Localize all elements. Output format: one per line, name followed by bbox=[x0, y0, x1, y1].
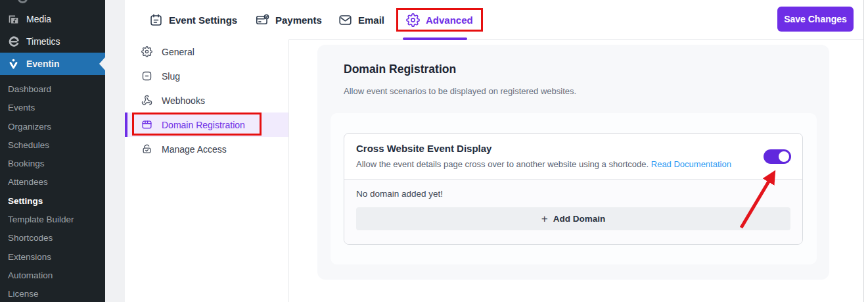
tab-label: Advanced bbox=[426, 14, 473, 26]
slug-icon bbox=[141, 70, 152, 82]
domain-list-section: No domain added yet! + Add Domain bbox=[344, 179, 802, 244]
wp-admin-sidebar: Media Timetics Eventin Dashboard Events … bbox=[0, 0, 105, 302]
active-tab-underline bbox=[403, 38, 467, 40]
card-description-text: Allow the event details page cross over … bbox=[356, 159, 651, 169]
card-title: Cross Website Event Display bbox=[356, 143, 790, 154]
card-description: Allow the event details page cross over … bbox=[356, 159, 790, 169]
settings-menu-label: Manage Access bbox=[162, 144, 227, 155]
sidebar-item-settings[interactable]: Settings bbox=[0, 192, 105, 211]
eventin-settings-app: Event Settings Payments Email Advanced S… bbox=[125, 0, 864, 302]
settings-menu-item-general[interactable]: General bbox=[125, 39, 288, 64]
webhook-icon bbox=[141, 95, 152, 106]
lock-check-icon bbox=[141, 143, 152, 155]
page-title: Domain Registration bbox=[344, 63, 456, 76]
sidebar-item-organizers[interactable]: Organizers bbox=[0, 118, 105, 136]
empty-domain-message: No domain added yet! bbox=[356, 189, 790, 199]
read-documentation-link[interactable]: Read Documentation bbox=[651, 159, 731, 169]
settings-menu-item-slug[interactable]: Slug bbox=[125, 64, 288, 88]
tab-label: Email bbox=[358, 14, 384, 26]
admin-background-gutter bbox=[105, 0, 125, 302]
tab-email[interactable]: Email bbox=[338, 0, 384, 40]
settings-header: Event Settings Payments Email Advanced S… bbox=[125, 0, 863, 40]
settings-menu-item-webhooks[interactable]: Webhooks bbox=[125, 88, 288, 113]
sidebar-item-license[interactable]: License bbox=[0, 285, 105, 302]
tab-advanced[interactable]: Advanced bbox=[406, 0, 473, 40]
tab-label: Payments bbox=[275, 14, 322, 26]
settings-menu-item-domain-registration[interactable]: Domain Registration bbox=[125, 113, 288, 137]
save-changes-button[interactable]: Save Changes bbox=[777, 7, 854, 32]
domain-registration-panel: Domain Registration Allow event scenario… bbox=[317, 45, 829, 280]
sidebar-item-label: Eventin bbox=[26, 59, 60, 69]
eventin-submenu: Dashboard Events Organizers Schedules Bo… bbox=[0, 80, 105, 302]
toggle-knob bbox=[779, 151, 789, 162]
timetics-icon bbox=[7, 36, 20, 48]
settings-menu-label: Domain Registration bbox=[162, 120, 245, 130]
settings-menu-item-manage-access[interactable]: Manage Access bbox=[125, 137, 288, 161]
settings-section-menu: General Slug Webhooks Domain Registratio… bbox=[125, 39, 289, 302]
eventin-icon bbox=[7, 58, 20, 70]
add-domain-button[interactable]: + Add Domain bbox=[356, 207, 790, 230]
tab-payments[interactable]: Payments bbox=[256, 0, 322, 40]
sidebar-item-automation[interactable]: Automation bbox=[0, 266, 105, 285]
sidebar-item-shortcodes[interactable]: Shortcodes bbox=[0, 229, 105, 247]
sidebar-item-schedules[interactable]: Schedules bbox=[0, 136, 105, 155]
page-subtitle: Allow event scenarios to be displayed on… bbox=[344, 86, 576, 96]
sidebar-item-bookings[interactable]: Bookings bbox=[0, 155, 105, 173]
sidebar-item-events[interactable]: Events bbox=[0, 99, 105, 117]
sidebar-item-label: Media bbox=[26, 14, 51, 24]
sidebar-item-label: Timetics bbox=[26, 36, 60, 47]
plus-icon: + bbox=[541, 213, 548, 224]
payment-card-icon bbox=[256, 13, 269, 27]
cross-website-card: Cross Website Event Display Allow the ev… bbox=[344, 133, 803, 245]
media-icon bbox=[7, 13, 20, 26]
gear-icon bbox=[406, 13, 420, 27]
browser-icon bbox=[141, 119, 152, 130]
sidebar-item-template-builder[interactable]: Template Builder bbox=[0, 211, 105, 229]
sidebar-item-timetics[interactable]: Timetics bbox=[0, 30, 105, 53]
sidebar-item-extensions[interactable]: Extensions bbox=[0, 248, 105, 266]
sidebar-item-attendees[interactable]: Attendees bbox=[0, 173, 105, 191]
gear-icon bbox=[141, 46, 152, 57]
settings-menu-label: Slug bbox=[162, 71, 180, 82]
tab-event-settings[interactable]: Event Settings bbox=[149, 0, 237, 40]
calendar-icon bbox=[149, 13, 163, 27]
cross-website-toggle[interactable] bbox=[764, 149, 791, 164]
envelope-icon bbox=[338, 13, 352, 27]
sidebar-item-dashboard[interactable]: Dashboard bbox=[0, 80, 105, 99]
sidebar-item-media[interactable]: Media bbox=[0, 8, 105, 30]
settings-menu-label: Webhooks bbox=[162, 95, 205, 106]
settings-menu-label: General bbox=[162, 47, 194, 57]
card-header-section: Cross Website Event Display Allow the ev… bbox=[344, 134, 802, 179]
tab-label: Event Settings bbox=[169, 14, 237, 26]
sidebar-item-eventin[interactable]: Eventin bbox=[0, 53, 105, 75]
add-domain-label: Add Domain bbox=[553, 214, 606, 224]
